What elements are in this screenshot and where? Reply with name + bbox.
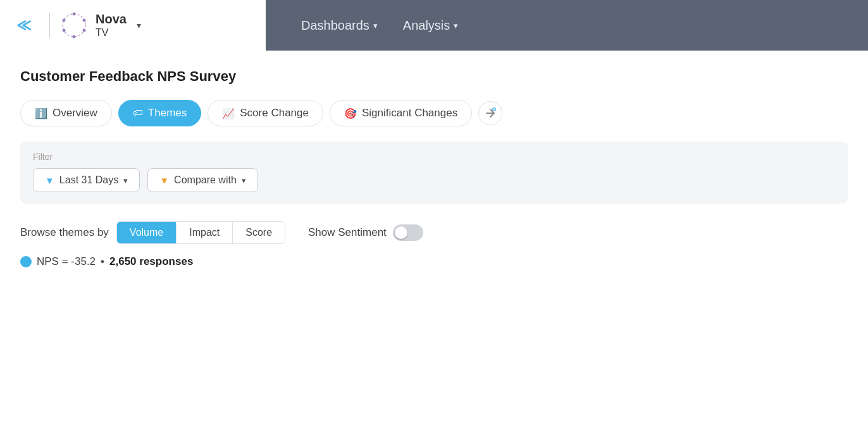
filter-controls: ▼ Last 31 Days ▾ ▼ Compare with ▾ bbox=[33, 168, 835, 192]
tab-score-change[interactable]: 📈 Score Change bbox=[208, 100, 323, 126]
svg-point-1 bbox=[73, 13, 76, 16]
tabs-row: ℹ️ Overview 🏷 Themes 📈 Score Change 🎯 Si… bbox=[20, 100, 848, 126]
svg-point-2 bbox=[83, 19, 86, 22]
nav-divider bbox=[49, 13, 50, 38]
score-change-icon: 📈 bbox=[222, 107, 235, 119]
browse-tab-volume[interactable]: Volume bbox=[117, 222, 177, 243]
show-sentiment-toggle[interactable] bbox=[393, 224, 423, 241]
toggle-thumb bbox=[395, 226, 407, 239]
filter-section: Filter ▼ Last 31 Days ▾ ▼ Compare with ▾ bbox=[20, 142, 848, 204]
tab-overview[interactable]: ℹ️ Overview bbox=[20, 100, 112, 126]
browse-row: Browse themes by Volume Impact Score Sho… bbox=[20, 221, 848, 244]
compare-filter-button[interactable]: ▼ Compare with ▾ bbox=[147, 168, 258, 192]
themes-icon: 🏷 bbox=[133, 107, 143, 119]
significant-changes-icon: 🎯 bbox=[344, 107, 357, 119]
tab-themes[interactable]: 🏷 Themes bbox=[118, 100, 201, 126]
browse-tab-impact[interactable]: Impact bbox=[177, 222, 233, 243]
svg-point-3 bbox=[83, 29, 86, 32]
dashboards-chevron-icon: ▾ bbox=[373, 21, 378, 30]
show-sentiment-row: Show Sentiment bbox=[308, 224, 423, 241]
nav-item-dashboards[interactable]: Dashboards ▾ bbox=[291, 13, 388, 38]
browse-tab-score[interactable]: Score bbox=[233, 222, 285, 243]
filter-label: Filter bbox=[33, 152, 835, 162]
browse-tabs: Volume Impact Score bbox=[116, 221, 285, 244]
page-title: Customer Feedback NPS Survey bbox=[20, 68, 848, 85]
nav-left: Nova TV ▾ bbox=[0, 0, 266, 51]
svg-point-4 bbox=[73, 35, 76, 39]
overview-icon: ℹ️ bbox=[35, 107, 47, 119]
nps-row: NPS = -35.2 • 2,650 responses bbox=[20, 255, 848, 268]
top-nav: Nova TV ▾ Dashboards ▾ Analysis ▾ bbox=[0, 0, 868, 51]
compare-funnel-icon: ▼ bbox=[159, 175, 169, 186]
nps-value: NPS = -35.2 bbox=[37, 255, 96, 268]
date-funnel-icon: ▼ bbox=[45, 175, 54, 186]
browse-section: Browse themes by Volume Impact Score Sho… bbox=[20, 219, 848, 268]
nps-dot-icon bbox=[20, 256, 32, 267]
show-sentiment-label: Show Sentiment bbox=[308, 226, 387, 239]
svg-point-6 bbox=[63, 19, 66, 22]
page-content: Customer Feedback NPS Survey ℹ️ Overview… bbox=[0, 51, 868, 283]
brand-dropdown-icon[interactable]: ▾ bbox=[137, 20, 141, 30]
brand-logo[interactable]: Nova TV ▾ bbox=[60, 11, 141, 39]
brand-name: Nova TV bbox=[96, 11, 127, 39]
tab-significant-changes[interactable]: 🎯 Significant Changes bbox=[330, 100, 472, 126]
date-chevron-icon: ▾ bbox=[123, 176, 128, 185]
nps-separator: • bbox=[101, 255, 104, 268]
nav-item-analysis[interactable]: Analysis ▾ bbox=[393, 13, 468, 38]
back-button[interactable] bbox=[15, 15, 39, 35]
tab-extra-button[interactable] bbox=[478, 101, 502, 125]
svg-point-0 bbox=[63, 14, 85, 37]
nav-menu: Dashboards ▾ Analysis ▾ bbox=[266, 0, 493, 51]
date-filter-button[interactable]: ▼ Last 31 Days ▾ bbox=[33, 168, 140, 192]
svg-point-5 bbox=[63, 29, 66, 32]
compare-chevron-icon: ▾ bbox=[242, 176, 246, 185]
nps-responses: 2,650 responses bbox=[109, 255, 193, 268]
analysis-chevron-icon: ▾ bbox=[454, 21, 458, 30]
browse-label: Browse themes by bbox=[20, 226, 109, 239]
